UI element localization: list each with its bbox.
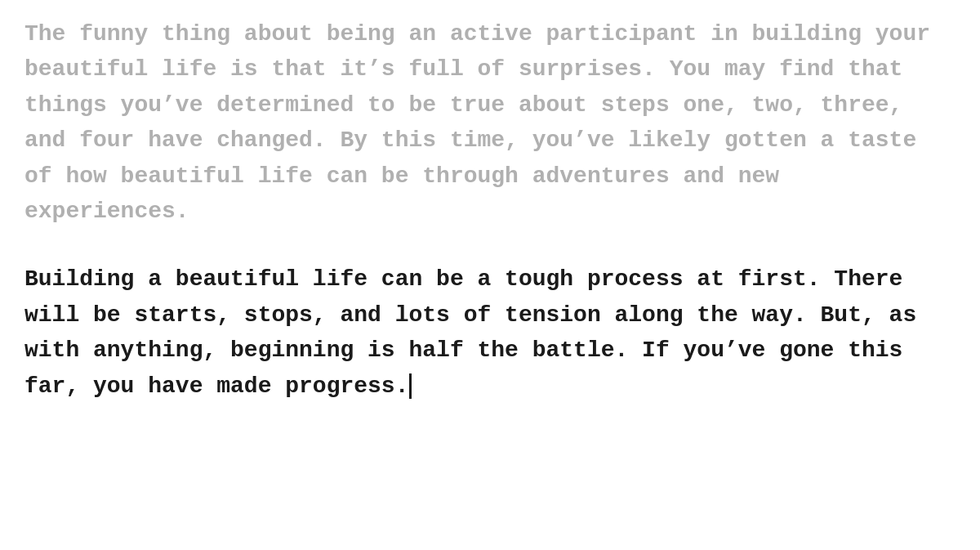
dark-paragraph-text: Building a beautiful life can be a tough… bbox=[24, 266, 916, 398]
text-cursor bbox=[409, 373, 412, 399]
dark-paragraph: Building a beautiful life can be a tough… bbox=[24, 262, 956, 404]
content-area: The funny thing about being an active pa… bbox=[24, 16, 956, 404]
faded-paragraph: The funny thing about being an active pa… bbox=[24, 16, 956, 229]
